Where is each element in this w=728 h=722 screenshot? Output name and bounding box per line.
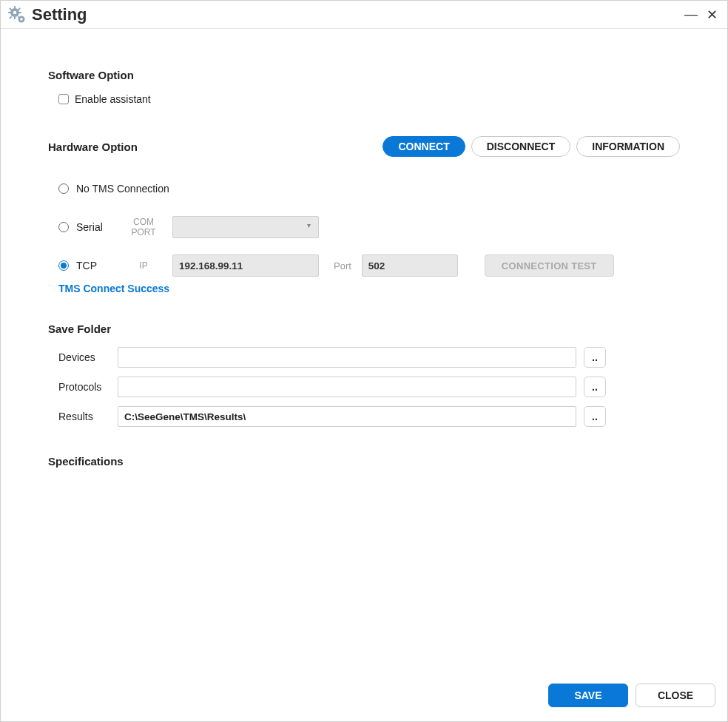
settings-window: Setting — ✕ Software Option Enable assis… — [0, 0, 728, 722]
connection-test-button[interactable]: CONNECTION TEST — [485, 254, 614, 277]
protocols-folder-row: Protocols .. — [58, 377, 680, 397]
hardware-button-group: CONNECT DISCONNECT INFORMATION — [382, 136, 680, 157]
tcp-radio[interactable] — [58, 260, 69, 271]
enable-assistant-checkbox[interactable] — [58, 94, 69, 104]
serial-connection-row[interactable]: Serial COM PORT — [58, 216, 680, 238]
disconnect-button[interactable]: DISCONNECT — [471, 136, 571, 157]
settings-content: Software Option Enable assistant Hardwar… — [1, 29, 727, 678]
protocols-folder-browse-button[interactable]: .. — [584, 377, 606, 397]
connection-status-message: TMS Connect Success — [58, 283, 680, 294]
protocols-folder-input[interactable] — [118, 377, 576, 397]
port-label: Port — [334, 260, 351, 271]
hardware-option-header: Hardware Option CONNECT DISCONNECT INFOR… — [48, 136, 680, 157]
software-option-heading: Software Option — [48, 69, 680, 81]
titlebar: Setting — ✕ — [1, 1, 727, 29]
hardware-option-heading: Hardware Option — [48, 141, 138, 153]
results-folder-input[interactable]: C:\SeeGene\TMS\Results\ — [118, 406, 576, 427]
settings-gear-icon — [7, 4, 27, 25]
devices-folder-input[interactable] — [118, 347, 576, 368]
close-window-button[interactable]: ✕ — [702, 5, 721, 24]
com-port-label: COM PORT — [125, 217, 162, 238]
svg-rect-4 — [8, 12, 11, 13]
results-folder-label: Results — [58, 411, 118, 422]
results-folder-row: Results C:\SeeGene\TMS\Results\ .. — [58, 406, 680, 427]
no-tms-connection-row[interactable]: No TMS Connection — [58, 178, 680, 200]
no-tms-connection-label: No TMS Connection — [76, 183, 169, 195]
results-folder-browse-button[interactable]: .. — [584, 406, 606, 427]
tcp-label: TCP — [76, 260, 125, 271]
enable-assistant-label: Enable assistant — [75, 93, 151, 105]
svg-rect-5 — [18, 12, 21, 13]
com-port-select[interactable] — [172, 216, 319, 238]
port-input[interactable]: 502 — [362, 254, 458, 277]
save-button[interactable]: SAVE — [548, 684, 628, 707]
save-folder-heading: Save Folder — [48, 323, 680, 335]
protocols-folder-label: Protocols — [58, 381, 118, 393]
connect-button[interactable]: CONNECT — [382, 136, 465, 157]
devices-folder-browse-button[interactable]: .. — [584, 347, 606, 368]
minimize-button[interactable]: — — [681, 5, 701, 24]
no-tms-connection-radio[interactable] — [58, 183, 69, 194]
close-button[interactable]: CLOSE — [636, 684, 715, 707]
devices-folder-label: Devices — [58, 351, 118, 363]
serial-label: Serial — [76, 221, 125, 233]
information-button[interactable]: INFORMATION — [576, 136, 680, 157]
ip-label: IP — [125, 260, 162, 271]
svg-rect-3 — [14, 16, 16, 19]
save-folder-section: Save Folder Devices .. Protocols .. Resu… — [48, 323, 680, 427]
devices-folder-row: Devices .. — [58, 347, 680, 368]
specifications-heading: Specifications — [48, 455, 680, 468]
window-title: Setting — [32, 5, 680, 24]
software-option-section: Software Option Enable assistant — [48, 69, 680, 105]
svg-rect-9 — [9, 16, 12, 18]
svg-rect-2 — [14, 6, 16, 9]
connection-mode-group: No TMS Connection Serial COM PORT TCP IP… — [48, 178, 680, 294]
tcp-connection-row[interactable]: TCP IP 192.168.99.11 Port 502 CONNECTION… — [58, 254, 680, 277]
enable-assistant-row[interactable]: Enable assistant — [48, 93, 680, 105]
svg-point-11 — [20, 18, 23, 21]
ip-input[interactable]: 192.168.99.11 — [172, 254, 319, 277]
svg-point-1 — [13, 10, 16, 13]
serial-radio[interactable] — [58, 222, 69, 232]
dialog-footer: SAVE CLOSE — [1, 678, 727, 721]
